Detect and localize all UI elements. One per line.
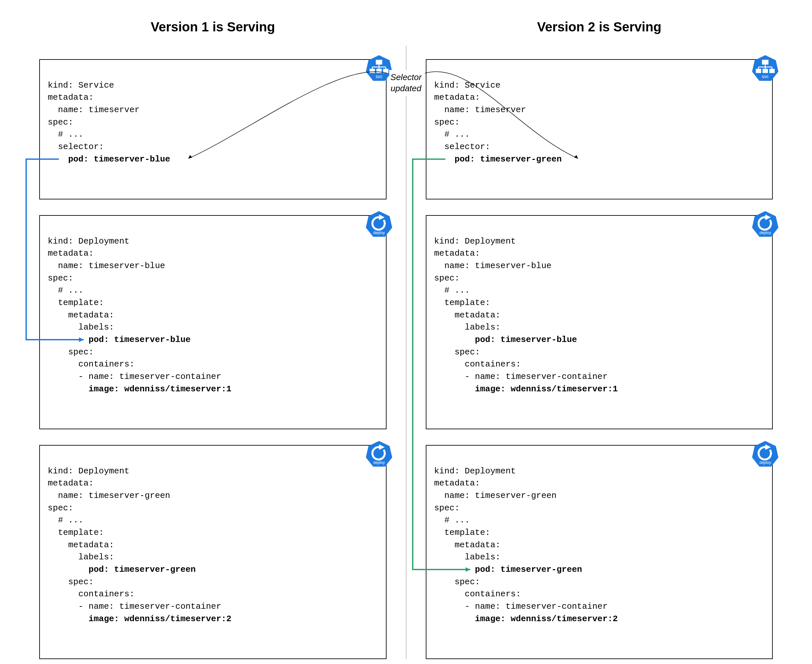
yaml-line: containers: xyxy=(48,589,134,599)
yaml-line: kind: Deployment xyxy=(434,236,516,246)
svg-text:deploy: deploy xyxy=(373,460,385,465)
yaml-line: template: xyxy=(434,528,491,537)
center-label-line1: Selector xyxy=(390,72,422,82)
right-column: Version 2 is Serving kind: Service metad… xyxy=(426,20,773,659)
yaml-line: spec: xyxy=(434,577,480,587)
svg-rect-8 xyxy=(377,69,381,73)
yaml-line: name: timeserver-blue xyxy=(48,261,165,271)
yaml-line: metadata: xyxy=(48,93,93,103)
svg-rect-26 xyxy=(763,69,768,73)
left-deploy-blue-box: kind: Deployment metadata: name: timeser… xyxy=(39,215,386,429)
deploy-icon: deploy xyxy=(365,440,393,469)
yaml-line-image: image: wdenniss/timeserver:1 xyxy=(434,384,618,394)
yaml-line: labels: xyxy=(434,552,501,562)
left-column: Version 1 is Serving kind: Service metad… xyxy=(39,20,386,659)
yaml-line: metadata: xyxy=(48,249,93,258)
svg-rect-1 xyxy=(376,60,382,64)
yaml-line-pod-label: pod: timeserver-blue xyxy=(434,335,577,345)
yaml-line: name: timeserver-green xyxy=(434,491,557,501)
yaml-line: # ... xyxy=(434,515,470,525)
svc-icon: svc xyxy=(365,55,393,83)
svg-rect-7 xyxy=(370,69,375,73)
svg-rect-9 xyxy=(383,69,388,73)
yaml-line: kind: Service xyxy=(48,80,114,90)
yaml-line-pod-label: pod: timeserver-green xyxy=(434,565,582,574)
yaml-line: metadata: xyxy=(434,310,501,320)
yaml-line: selector: xyxy=(434,142,491,152)
yaml-line: containers: xyxy=(48,359,134,369)
yaml-line-pod-label: pod: timeserver-green xyxy=(48,565,196,574)
yaml-line: template: xyxy=(434,298,491,308)
yaml-line: spec: xyxy=(434,117,460,127)
yaml-line: spec: xyxy=(434,273,460,283)
svg-text:deploy: deploy xyxy=(759,231,771,235)
yaml-line: metadata: xyxy=(434,478,480,488)
right-service-box: kind: Service metadata: name: timeserver… xyxy=(426,59,773,199)
yaml-line-selector-pod: pod: timeserver-green xyxy=(434,154,562,164)
yaml-line: spec: xyxy=(434,503,460,513)
deploy-icon: deploy xyxy=(751,440,779,469)
yaml-line: spec: xyxy=(48,347,93,357)
left-service-box: kind: Service metadata: name: timeserver… xyxy=(39,59,386,199)
svg-rect-27 xyxy=(770,69,774,73)
yaml-line: spec: xyxy=(48,503,73,513)
yaml-line: name: timeserver-blue xyxy=(434,261,552,271)
diagram-columns: Selectorupdated Version 1 is Serving kin… xyxy=(39,20,773,659)
yaml-line: labels: xyxy=(48,552,114,562)
deploy-icon: deploy xyxy=(365,210,393,239)
yaml-line: name: timeserver-green xyxy=(48,491,170,501)
yaml-line: # ... xyxy=(48,285,83,295)
deploy-icon: deploy xyxy=(751,210,779,239)
svc-icon: svc xyxy=(751,55,779,83)
yaml-line-image: image: wdenniss/timeserver:1 xyxy=(48,384,232,394)
svg-text:deploy: deploy xyxy=(373,231,385,235)
yaml-line: template: xyxy=(48,528,104,537)
center-divider xyxy=(406,46,406,659)
yaml-line: spec: xyxy=(48,117,73,127)
yaml-line: # ... xyxy=(48,515,83,525)
yaml-line: kind: Service xyxy=(434,80,501,90)
yaml-line: metadata: xyxy=(434,249,480,258)
yaml-line: template: xyxy=(48,298,104,308)
yaml-line: metadata: xyxy=(434,93,480,103)
right-deploy-green-box: kind: Deployment metadata: name: timeser… xyxy=(426,445,773,659)
yaml-line: # ... xyxy=(48,129,83,139)
yaml-line: spec: xyxy=(48,577,93,587)
yaml-line: spec: xyxy=(434,347,480,357)
yaml-line: - name: timeserver-container xyxy=(434,602,608,611)
left-deploy-green-box: kind: Deployment metadata: name: timeser… xyxy=(39,445,386,659)
yaml-line: kind: Deployment xyxy=(48,236,129,246)
yaml-line: name: timeserver xyxy=(48,105,140,115)
yaml-line: labels: xyxy=(434,322,501,332)
svg-rect-25 xyxy=(756,69,761,73)
yaml-line: containers: xyxy=(434,359,521,369)
left-title: Version 1 is Serving xyxy=(39,20,386,34)
yaml-line: labels: xyxy=(48,322,114,332)
yaml-line: name: timeserver xyxy=(434,105,526,115)
center-label-line2: updated xyxy=(391,83,422,93)
svg-text:svc: svc xyxy=(762,74,769,79)
yaml-line: metadata: xyxy=(48,478,93,488)
yaml-line: selector: xyxy=(48,142,104,152)
yaml-line-image: image: wdenniss/timeserver:2 xyxy=(48,614,232,624)
yaml-line-image: image: wdenniss/timeserver:2 xyxy=(434,614,618,624)
yaml-line: - name: timeserver-container xyxy=(48,372,222,381)
svg-text:deploy: deploy xyxy=(759,460,771,465)
yaml-line: metadata: xyxy=(48,310,114,320)
yaml-line-pod-label: pod: timeserver-blue xyxy=(48,335,191,345)
yaml-line: # ... xyxy=(434,285,470,295)
yaml-line: - name: timeserver-container xyxy=(434,372,608,381)
yaml-line: kind: Deployment xyxy=(434,466,516,476)
right-deploy-blue-box: kind: Deployment metadata: name: timeser… xyxy=(426,215,773,429)
yaml-line: containers: xyxy=(434,589,521,599)
yaml-line: # ... xyxy=(434,129,470,139)
yaml-line: - name: timeserver-container xyxy=(48,602,222,611)
yaml-line: metadata: xyxy=(48,540,114,550)
yaml-line-selector-pod: pod: timeserver-blue xyxy=(48,154,170,164)
right-title: Version 2 is Serving xyxy=(426,20,773,34)
yaml-line: metadata: xyxy=(434,540,501,550)
yaml-line: kind: Deployment xyxy=(48,466,129,476)
yaml-line: spec: xyxy=(48,273,73,283)
svg-rect-19 xyxy=(762,60,768,64)
svg-text:svc: svc xyxy=(375,74,382,79)
